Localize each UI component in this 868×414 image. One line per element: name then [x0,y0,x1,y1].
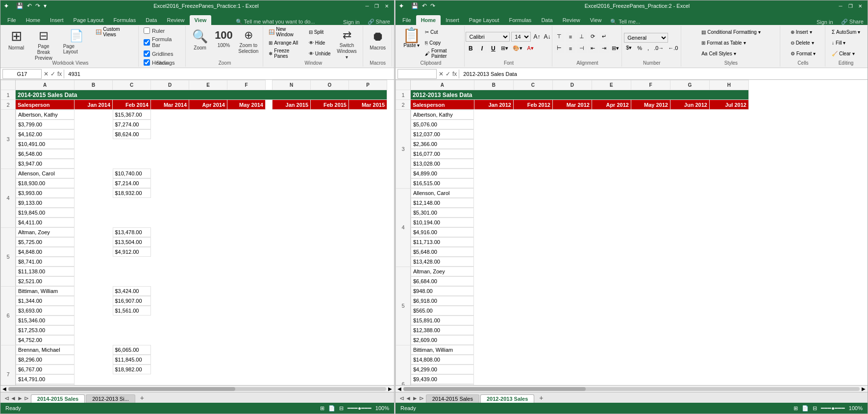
indent-dec-btn[interactable]: ⇤ [588,44,598,53]
gridlines-checkbox[interactable] [144,50,150,57]
zoom-slider-1[interactable]: ━━━●━━━ [347,405,372,412]
scroll-right-btn-1[interactable]: ▶ [388,386,392,391]
increase-font-btn[interactable]: A↑ [532,33,541,41]
normal-btn[interactable]: ⊞ Normal [5,27,27,53]
cut-btn[interactable]: ✂ Cut [423,27,461,37]
sheet-view-break-1[interactable]: ⊟ [339,405,344,412]
font-color-btn[interactable]: A▾ [525,45,535,52]
h-scrollbar-thumb-2[interactable] [403,387,586,391]
tab-review-1[interactable]: Review [162,15,189,25]
tab-insert-1[interactable]: Insert [45,15,69,25]
conditional-formatting-btn[interactable]: ▤ Conditional Formatting ▾ [700,27,762,37]
sheet-last-btn-1[interactable]: ⊳ [24,395,29,402]
tab-data-2[interactable]: Data [536,15,557,25]
increase-dec-btn[interactable]: .0→ [652,45,665,51]
formula-bar-checkbox[interactable] [144,39,150,46]
col-D2-header[interactable]: D [552,80,592,90]
col-D-header[interactable]: D [151,80,189,90]
italic-btn[interactable]: I [477,44,487,53]
zoom-btn[interactable]: 🔍 Zoom [189,27,211,52]
unhide-btn[interactable]: 👁 Unhide [307,49,332,58]
h-scrollbar-2[interactable]: ◀ ▶ [396,385,868,392]
sheet-next-btn-2[interactable]: ► [412,395,418,402]
tab-file-2[interactable]: File [397,15,416,25]
close-btn-2[interactable]: ✕ [856,2,865,10]
number-format-select[interactable]: General [624,33,668,43]
tab-formulas-2[interactable]: Formulas [504,15,537,25]
sheet-tab-2014-2[interactable]: 2014-2015 Sales [426,394,479,403]
save-qa-btn[interactable]: 💾 [15,2,25,10]
col-O-header[interactable]: O [311,80,349,90]
sheet-prev-btn-1[interactable]: ◄ [10,395,16,402]
confirm-formula-icon[interactable]: ✓ [50,71,55,77]
align-center-btn[interactable]: ≡ [566,44,575,53]
zoom-selection-btn[interactable]: ⊕ Zoom toSelection [237,27,260,56]
redo-qa-btn-2[interactable]: ↷ [429,2,436,10]
cancel-formula-icon-2[interactable]: ✕ [439,71,444,77]
sheet-first-btn-2[interactable]: ⊲ [399,395,404,402]
undo-qa-btn-2[interactable]: ↶ [421,2,428,10]
underline-btn[interactable]: U [488,44,498,53]
hide-btn[interactable]: 👁 Hide [307,38,332,48]
freeze-panes-btn[interactable]: ❄ Freeze Panes [267,49,305,58]
h-scrollbar-track-1[interactable] [8,387,386,391]
tab-view-1[interactable]: View [190,15,212,25]
tab-home-2[interactable]: Home [416,15,441,25]
col-B-header[interactable]: B [74,80,113,90]
close-btn-1[interactable]: ✕ [382,2,391,10]
autosum-btn[interactable]: Σ AutoSum ▾ [830,27,862,37]
col-N-header[interactable]: N [273,80,311,90]
col-C-header[interactable]: C [113,80,151,90]
save-qa-btn-2[interactable]: 💾 [410,2,420,10]
paste-dropdown[interactable]: ▾ [417,43,420,48]
tab-home-1[interactable]: Home [21,15,45,25]
tab-review-2[interactable]: Review [558,15,585,25]
decrease-font-btn[interactable]: A↓ [543,33,551,41]
scroll-right-btn-2[interactable]: ▶ [862,386,866,391]
new-window-btn[interactable]: 🪟 New Window [267,27,305,37]
sheet-area-2[interactable]: A B C D E F G H [396,80,868,385]
sheet-area-1[interactable]: A B C D E F N O P [0,80,394,385]
comma-btn[interactable]: , [645,44,651,52]
page-break-btn[interactable]: ⊟ Page BreakPreview [28,27,59,63]
tell-me-1[interactable]: 🔍 Tell me what you want to do... [211,19,339,25]
sheet-tab-2014-1[interactable]: 2014-2015 Sales [31,394,85,403]
add-sheet-btn-1[interactable]: + [136,393,148,403]
h-scrollbar-track-2[interactable] [403,387,860,391]
sign-in-1[interactable]: Sign in [339,19,364,25]
tab-view-2[interactable]: View [585,15,607,25]
col-F2-header[interactable]: F [631,80,670,90]
tab-data-1[interactable]: Data [141,15,162,25]
currency-btn[interactable]: $▾ [624,44,634,52]
col-A-header[interactable]: A [16,80,74,90]
redo-qa-btn[interactable]: ↷ [34,2,41,10]
sheet-tab-2012-2[interactable]: 2012-2013 Sales [480,394,534,403]
col-P-header[interactable]: P [349,80,387,90]
split-btn[interactable]: ⊟ Split [307,27,332,37]
tab-file-1[interactable]: File [2,15,21,25]
zoom100-btn[interactable]: 100 100% [212,27,236,50]
ruler-checkbox[interactable] [144,27,150,34]
customize-qa-btn[interactable]: ▾ [43,2,48,10]
align-right-btn[interactable]: ⊣ [577,44,587,53]
tell-me-2[interactable]: 🔍 Tell me... [606,19,813,25]
formula-input-1[interactable] [66,69,392,79]
font-name-select[interactable]: Calibri [466,32,510,42]
formula-bar-check[interactable]: Formula Bar [143,36,182,49]
name-box-2[interactable] [397,69,437,79]
percent-btn[interactable]: % [635,44,644,52]
restore-btn-1[interactable]: ❐ [372,2,381,10]
cell-styles-btn[interactable]: Aa Cell Styles ▾ [700,49,737,59]
delete-cells-btn[interactable]: ⊖ Delete ▾ [789,38,816,48]
sheet-view-layout-1[interactable]: 📄 [328,405,335,412]
fill-color-btn[interactable]: 🎨▾ [511,45,524,52]
align-middle-btn[interactable]: ≡ [566,32,575,42]
custom-views-btn[interactable]: 🪟 Custom Views [94,27,135,37]
format-cells-btn[interactable]: ⚙ Format ▾ [789,49,818,59]
sheet-view-break-2[interactable]: ⊟ [813,405,817,412]
fill-btn[interactable]: ↓ Fill ▾ [830,38,847,48]
sheet-prev-btn-2[interactable]: ◄ [405,395,411,402]
tab-formulas-1[interactable]: Formulas [108,15,141,25]
bold-btn[interactable]: B [466,44,475,53]
share-2[interactable]: 🔗 Share [837,19,868,25]
